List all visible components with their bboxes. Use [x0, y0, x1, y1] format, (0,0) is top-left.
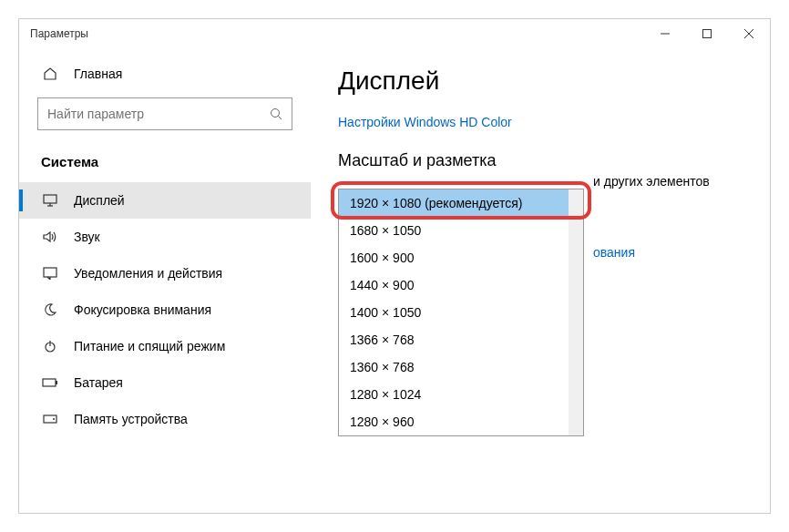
svg-rect-6	[44, 195, 56, 203]
notification-icon	[41, 267, 59, 280]
sidebar-item-power[interactable]: Питание и спящий режим	[19, 328, 311, 364]
battery-icon	[41, 378, 59, 387]
search-box[interactable]	[37, 97, 292, 130]
settings-window: Параметры Главная Система Дисплей	[18, 18, 771, 514]
monitor-icon	[41, 194, 59, 207]
resolution-dropdown[interactable]: 1920 × 1080 (рекомендуется) 1680 × 1050 …	[338, 189, 584, 436]
dropdown-list[interactable]: 1920 × 1080 (рекомендуется) 1680 × 1050 …	[339, 189, 583, 435]
page-title: Дисплей	[338, 66, 743, 96]
svg-rect-9	[44, 268, 56, 277]
partial-text-elements: и других элементов	[593, 174, 710, 189]
power-icon	[41, 340, 59, 353]
search-icon	[270, 107, 282, 120]
sidebar: Главная Система Дисплей Звук Уведомления…	[19, 48, 311, 513]
svg-rect-13	[56, 381, 57, 384]
resolution-option[interactable]: 1366 × 768	[339, 326, 569, 353]
resolution-option[interactable]: 1600 × 900	[339, 244, 569, 271]
maximize-button[interactable]	[686, 19, 728, 48]
minimize-button[interactable]	[644, 19, 686, 48]
resolution-option[interactable]: 1280 × 960	[339, 408, 569, 435]
scale-heading: Масштаб и разметка	[338, 151, 743, 170]
home-label: Главная	[74, 66, 122, 81]
nav-label: Дисплей	[74, 193, 125, 208]
sound-icon	[41, 230, 59, 243]
resolution-option[interactable]: 1360 × 768	[339, 353, 569, 381]
nav-label: Память устройства	[74, 412, 188, 426]
close-button[interactable]	[728, 19, 770, 48]
search-input[interactable]	[47, 107, 270, 121]
sidebar-item-display[interactable]: Дисплей	[19, 182, 311, 219]
sidebar-item-focus[interactable]: Фокусировка внимания	[19, 292, 311, 328]
sidebar-item-notifications[interactable]: Уведомления и действия	[19, 255, 311, 292]
sidebar-item-storage[interactable]: Память устройства	[19, 401, 311, 437]
window-controls	[644, 19, 770, 48]
resolution-option[interactable]: 1400 × 1050	[339, 299, 569, 326]
nav-label: Уведомления и действия	[74, 266, 222, 281]
svg-point-4	[272, 109, 280, 118]
section-header: Система	[19, 145, 311, 182]
resolution-option[interactable]: 1680 × 1050	[339, 217, 569, 244]
resolution-option[interactable]: 1440 × 900	[339, 271, 569, 299]
svg-line-5	[279, 117, 282, 120]
home-icon	[41, 66, 59, 81]
resolution-option[interactable]: 1280 × 1024	[339, 381, 569, 408]
storage-icon	[41, 414, 59, 424]
resolution-dropdown-container: 1920 × 1080 (рекомендуется) 1680 × 1050 …	[338, 189, 743, 436]
svg-rect-1	[703, 30, 712, 38]
nav-label: Звук	[74, 230, 100, 244]
main-panel: Дисплей Настройки Windows HD Color Масшт…	[311, 48, 770, 513]
nav-label: Фокусировка внимания	[74, 302, 211, 317]
svg-point-15	[53, 418, 55, 420]
sidebar-item-battery[interactable]: Батарея	[19, 364, 311, 401]
nav-label: Питание и спящий режим	[74, 339, 225, 353]
resolution-option[interactable]: 1920 × 1080 (рекомендуется)	[339, 189, 569, 217]
sidebar-item-sound[interactable]: Звук	[19, 219, 311, 255]
nav-label: Батарея	[74, 375, 123, 390]
window-title: Параметры	[30, 27, 644, 40]
hd-color-link[interactable]: Настройки Windows HD Color	[338, 115, 512, 129]
titlebar: Параметры	[19, 19, 770, 48]
moon-icon	[41, 303, 59, 316]
svg-rect-12	[43, 379, 56, 386]
home-button[interactable]: Главная	[19, 57, 311, 90]
content-area: Главная Система Дисплей Звук Уведомления…	[19, 48, 770, 513]
